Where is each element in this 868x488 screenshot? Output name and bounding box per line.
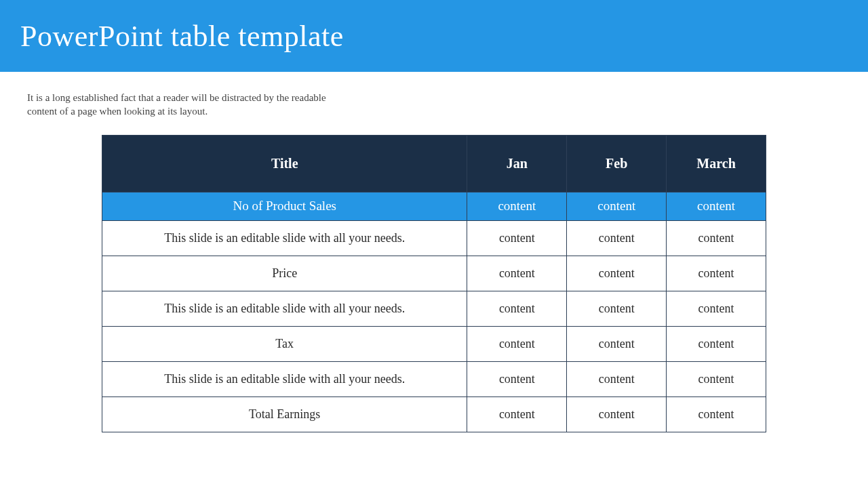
table-cell-value: content bbox=[667, 192, 766, 220]
table-cell-title: Tax bbox=[102, 326, 467, 361]
table-cell-title: Price bbox=[102, 256, 467, 291]
table-row: This slide is an editable slide with all… bbox=[102, 220, 766, 256]
table-cell-value: content bbox=[567, 291, 667, 326]
table-header-feb: Feb bbox=[567, 135, 667, 192]
table-cell-title: This slide is an editable slide with all… bbox=[102, 291, 467, 326]
table-cell-value: content bbox=[467, 256, 567, 291]
table-cell-value: content bbox=[567, 361, 667, 396]
table-cell-value: content bbox=[567, 220, 667, 256]
table-cell-value: content bbox=[467, 326, 567, 361]
table-cell-value: content bbox=[567, 326, 667, 361]
table-cell-value: content bbox=[667, 220, 766, 256]
table-row: This slide is an editable slide with all… bbox=[102, 291, 766, 326]
table-body: No of Product Salescontentcontentcontent… bbox=[102, 192, 766, 432]
table-header-title: Title bbox=[102, 135, 467, 192]
table-cell-value: content bbox=[467, 220, 567, 256]
table-header-jan: Jan bbox=[467, 135, 567, 192]
table-cell-value: content bbox=[567, 396, 667, 432]
table-container: Title Jan Feb March No of Product Salesc… bbox=[0, 119, 868, 432]
table-cell-value: content bbox=[667, 396, 766, 432]
table-cell-value: content bbox=[667, 256, 766, 291]
title-bar: PowerPoint table template bbox=[0, 0, 868, 72]
table-cell-value: content bbox=[667, 361, 766, 396]
table-row: Total Earningscontentcontentcontent bbox=[102, 396, 766, 432]
table-cell-title: No of Product Sales bbox=[102, 192, 467, 220]
data-table: Title Jan Feb March No of Product Salesc… bbox=[102, 135, 766, 432]
table-cell-value: content bbox=[467, 396, 567, 432]
page-title: PowerPoint table template bbox=[20, 19, 344, 54]
subtitle-text: It is a long established fact that a rea… bbox=[0, 72, 380, 119]
table-header-mar: March bbox=[667, 135, 766, 192]
table-row: This slide is an editable slide with all… bbox=[102, 361, 766, 396]
table-row: Pricecontentcontentcontent bbox=[102, 256, 766, 291]
table-cell-value: content bbox=[567, 192, 667, 220]
table-cell-value: content bbox=[467, 192, 567, 220]
table-cell-value: content bbox=[567, 256, 667, 291]
table-row: No of Product Salescontentcontentcontent bbox=[102, 192, 766, 220]
table-cell-value: content bbox=[667, 326, 766, 361]
table-cell-value: content bbox=[467, 361, 567, 396]
table-header-row: Title Jan Feb March bbox=[102, 135, 766, 192]
table-row: Taxcontentcontentcontent bbox=[102, 326, 766, 361]
table-cell-value: content bbox=[467, 291, 567, 326]
table-cell-title: Total Earnings bbox=[102, 396, 467, 432]
table-cell-title: This slide is an editable slide with all… bbox=[102, 220, 467, 256]
table-cell-value: content bbox=[667, 291, 766, 326]
table-cell-title: This slide is an editable slide with all… bbox=[102, 361, 467, 396]
